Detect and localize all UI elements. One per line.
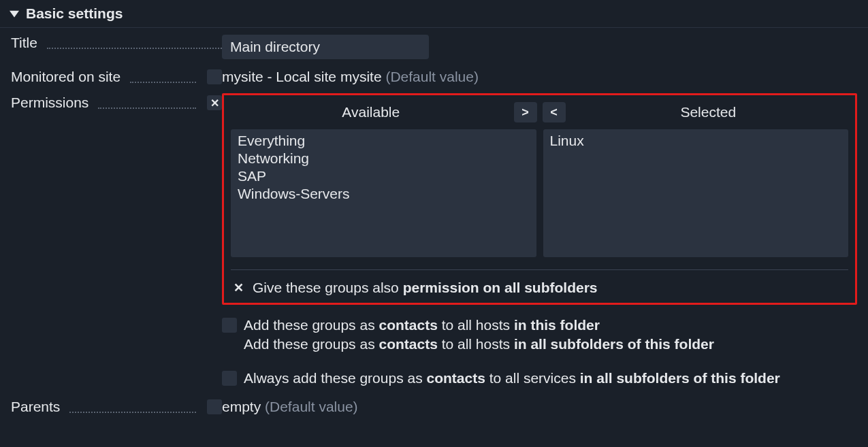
opt-contacts-this-folder: Add these groups as contacts to all host… xyxy=(222,317,857,333)
option-label: Always add these groups as contacts to a… xyxy=(244,370,780,386)
parents-value: empty xyxy=(222,399,261,414)
move-left-button[interactable]: < xyxy=(543,102,566,122)
selected-header: Selected xyxy=(568,104,849,120)
dots xyxy=(47,37,222,49)
available-header: Available xyxy=(231,104,511,120)
form: Title Monitored on site mysite - Local s… xyxy=(0,28,868,435)
subfolders-toggle[interactable]: ✕ xyxy=(231,280,246,295)
list-item[interactable]: Everything xyxy=(236,132,531,150)
list-item[interactable]: Linux xyxy=(549,132,843,150)
parents-default: (Default value) xyxy=(265,399,358,414)
row-title: Title xyxy=(11,35,857,59)
list-item[interactable]: SAP xyxy=(236,167,531,185)
duallist-body: Everything Networking SAP Windows-Server… xyxy=(231,129,848,257)
available-listbox[interactable]: Everything Networking SAP Windows-Server… xyxy=(231,129,536,257)
contacts-services-option: Always add these groups as contacts to a… xyxy=(222,370,857,386)
close-icon: ✕ xyxy=(210,97,219,110)
dots xyxy=(69,401,196,413)
section-header[interactable]: Basic settings xyxy=(0,0,868,28)
row-monitored: Monitored on site mysite - Local site my… xyxy=(11,69,857,85)
subfolders-option: ✕ Give these groups also permission on a… xyxy=(231,269,848,296)
parents-checkbox[interactable] xyxy=(207,399,222,414)
section-title: Basic settings xyxy=(26,5,123,22)
permissions-panel: Available > < Selected Everything Networ… xyxy=(222,93,857,305)
caret-down-icon xyxy=(10,5,19,22)
monitored-default: (Default value) xyxy=(385,69,479,84)
label-monitored: Monitored on site xyxy=(11,69,120,85)
opt-contacts-subfolders: Add these groups as contacts to all host… xyxy=(222,336,857,352)
duallist-header: Available > < Selected xyxy=(231,101,848,124)
option-label: Add these groups as contacts to all host… xyxy=(244,317,600,333)
list-item[interactable]: Windows-Servers xyxy=(236,185,531,203)
subfolders-label: Give these groups also permission on all… xyxy=(253,280,598,296)
dots xyxy=(130,71,196,83)
list-item[interactable]: Networking xyxy=(236,150,531,167)
permissions-clear-button[interactable]: ✕ xyxy=(207,95,222,110)
selected-listbox[interactable]: Linux xyxy=(543,129,849,257)
row-parents: Parents empty (Default value) xyxy=(11,399,857,415)
title-input[interactable] xyxy=(222,35,429,59)
row-permissions: Permissions ✕ Available > < Selected Eve… xyxy=(11,95,857,389)
label-parents: Parents xyxy=(11,399,60,415)
monitored-value: mysite - Local site mysite xyxy=(222,69,382,84)
checkbox[interactable] xyxy=(222,371,237,386)
close-icon: ✕ xyxy=(234,280,244,295)
opt-contacts-services: Always add these groups as contacts to a… xyxy=(222,370,857,386)
option-label: Add these groups as contacts to all host… xyxy=(244,336,714,352)
dots xyxy=(98,97,196,109)
checkbox[interactable] xyxy=(222,318,237,333)
monitored-checkbox[interactable] xyxy=(207,69,222,84)
contacts-hosts-options: Add these groups as contacts to all host… xyxy=(222,317,857,352)
label-permissions: Permissions xyxy=(11,95,89,111)
label-title: Title xyxy=(11,35,37,51)
move-right-button[interactable]: > xyxy=(514,102,537,122)
